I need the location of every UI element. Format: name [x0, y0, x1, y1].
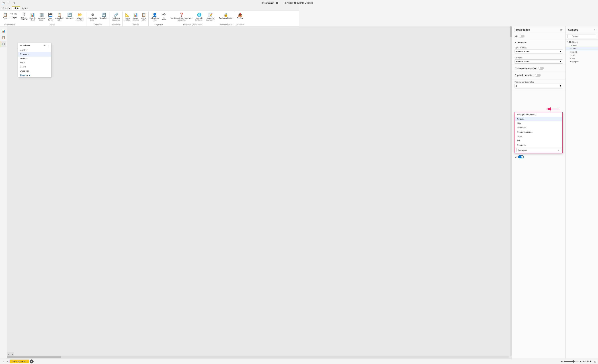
sidebar-model-icon[interactable]: ⬡ — [0, 41, 6, 47]
especificar-icon: 📋 — [57, 13, 62, 17]
especificar-label: Especificardatos — [55, 17, 63, 21]
origenes-button[interactable]: 📂 Orígenesrecientes ▾ — [75, 12, 85, 23]
lenguaje-icon: 🌐 — [197, 13, 202, 17]
table-row-name[interactable]: name — [18, 61, 51, 65]
table-card-title: drivers — [23, 44, 30, 47]
ribbon-group-seguridad: 👤 Administrarroles 👁 Vercomo Seguridad — [149, 11, 169, 26]
collapse-button[interactable]: Contraer ▲ — [18, 73, 51, 77]
ribbon-group-pyr-content: ❓ Configuración de Preguntas yrespuestas… — [170, 11, 216, 23]
table-eye-button[interactable]: 👁 — [43, 44, 46, 47]
nueva-medida-button[interactable]: 📐 Nuevamedida — [124, 12, 131, 23]
sql-label: SQLServer — [48, 17, 53, 21]
relaciones-label: Relaciones — [111, 23, 121, 26]
confidencialidad-icon: 🔒 — [224, 13, 228, 17]
copy-label: Copia — [12, 17, 17, 19]
data-center-button[interactable]: 🏢 Centro dedatos ▾ — [37, 12, 46, 23]
nueva-columna-button[interactable]: 📊 Nuevacolumna — [131, 12, 140, 23]
table-row-driverid[interactable]: Σ driverId — [18, 52, 51, 57]
menu-archivo[interactable]: Archivo — [1, 7, 12, 10]
sidebar-data-icon[interactable]: 📋 — [0, 34, 6, 40]
ribbon-group-calculos-content: 📐 Nuevamedida 📊 Nuevacolumna 📋 Nuevatabl… — [124, 11, 148, 23]
cut-copy-stack: ✂ Cortar ⧉ Copia — [9, 12, 18, 19]
table-card-title-area: 🗃 drivers — [20, 44, 30, 47]
menu-ayuda[interactable]: Ayuda — [20, 7, 30, 10]
sql-icon: 💾 — [48, 13, 53, 17]
nueva-tabla-button[interactable]: 📋 Nuevatabla — [140, 12, 147, 23]
paste-label: Pegar — [3, 17, 8, 19]
ribbon-group-portapapeles-content: 📋 Pegar ✂ Cortar ⧉ Copia — [1, 11, 18, 23]
transformar-button[interactable]: ⚙ Transformardatos ▾ — [87, 12, 98, 23]
especificar-button[interactable]: 📋 Especificardatos — [54, 12, 64, 23]
datos-label: Datos — [20, 23, 85, 26]
publicar-button[interactable]: 📤 Publicar — [236, 12, 244, 23]
origenes-icon: 📂 — [78, 13, 82, 17]
location-label: location — [20, 57, 27, 60]
app-icon: 💾 — [1, 1, 5, 4]
ribbon-group-compartir-content: 📤 Publicar — [236, 11, 244, 23]
paste-icon: 📋 — [3, 13, 8, 17]
actualizar-button[interactable]: 🔄 Actualizar — [99, 12, 109, 23]
sidebar-report-icon[interactable]: 📊 — [0, 28, 6, 34]
admin-roles-label: Administrarroles — [150, 17, 159, 21]
admin-rel-icon: 🔗 — [114, 13, 118, 17]
paste-button[interactable]: 📋 Pegar — [1, 12, 9, 23]
sql-button[interactable]: 💾 SQLServer — [47, 12, 54, 23]
ribbon-group-confidencialidad-content: 🔒 Confidencialidad — [218, 11, 233, 23]
admin-rel-button[interactable]: 🔗 Administrarrelaciones — [111, 12, 121, 23]
left-sidebar: 📊 📋 ⬡ — [0, 26, 7, 182]
lenguaje-label: Lenguajelingüístico ▾ — [195, 17, 204, 21]
excel-icon: 📊 — [30, 13, 35, 17]
config-pyr-button[interactable]: ❓ Configuración de Preguntas yrespuestas — [170, 12, 194, 23]
ribbon: 📋 Pegar ✂ Cortar ⧉ Copia Portapapeles 🗄 … — [0, 10, 299, 26]
get-data-label: Obtenerdatos ▾ — [21, 17, 27, 21]
signin-label[interactable]: Iniciar sesión — [262, 2, 274, 4]
actualizar-label: Actualizar — [100, 17, 108, 19]
config-pyr-label: Configuración de Preguntas yrespuestas — [171, 17, 192, 21]
nueva-medida-icon: 📐 — [125, 13, 130, 17]
name-label: name — [20, 61, 25, 64]
ribbon-group-calculos: 📐 Nuevamedida 📊 Nuevacolumna 📋 Nuevatabl… — [123, 11, 149, 26]
certified-label: certified — [20, 49, 27, 51]
table-row-ssn[interactable]: Σ ssn — [18, 65, 51, 69]
copy-button[interactable]: ⧉ Copia — [9, 16, 18, 19]
ver-como-label: Vercomo — [162, 17, 166, 21]
sigma-icon-ssn: Σ — [20, 65, 21, 68]
get-data-button[interactable]: 🗄 Obtenerdatos ▾ — [20, 12, 28, 23]
table-row-location[interactable]: location — [18, 57, 51, 61]
driverid-label: driverId — [23, 53, 29, 56]
dataverse-button[interactable]: 🔄 Dataverse — [65, 12, 75, 23]
excel-label: Libro deExcel — [30, 17, 36, 21]
publicar-icon: 📤 — [238, 13, 242, 17]
transformar-label: Transformardatos ▾ — [88, 17, 97, 21]
redo-button[interactable]: ↪ — [11, 1, 17, 5]
cut-button[interactable]: ✂ Cortar — [9, 12, 18, 16]
transformar-icon: ⚙ — [91, 13, 94, 17]
confidencialidad-label: Confidencialidad — [219, 17, 233, 19]
lenguaje-button[interactable]: 🌐 Lenguajelingüístico ▾ — [194, 12, 205, 23]
table-row-wageplan[interactable]: wage-plan — [18, 69, 51, 73]
admin-roles-button[interactable]: 👤 Administrarroles — [150, 12, 160, 23]
table-card-controls: 👁 ⋮ — [43, 44, 49, 47]
canvas-area: 🗃 drivers 👁 ⋮ certified Σ driverId locat… — [7, 26, 299, 182]
calculos-label: Cálculos — [124, 23, 148, 26]
table-more-button[interactable]: ⋮ — [47, 44, 49, 47]
menu-bar: Archivo Inicio Ayuda — [0, 6, 299, 10]
esquema-icon: 📝 — [208, 13, 213, 17]
ssn-label: ssn — [23, 66, 25, 68]
ribbon-group-datos-content: 🗄 Obtenerdatos ▾ 📊 Libro deExcel 🏢 Centr… — [20, 11, 85, 23]
ver-como-icon: 👁 — [162, 13, 166, 17]
undo-button[interactable]: ↩ — [6, 1, 11, 5]
admin-rel-label: Administrarrelaciones — [112, 17, 120, 21]
esquema-button[interactable]: 📝 Esquemalingüístico ▾ — [205, 12, 216, 23]
data-center-label: Centro dedatos ▾ — [38, 17, 45, 21]
table-row-certified[interactable]: certified — [18, 48, 51, 52]
actualizar-icon: 🔄 — [101, 13, 106, 17]
ver-como-button[interactable]: 👁 Vercomo — [160, 12, 168, 23]
window-title: Sin título - Power BI Desktop — [285, 2, 299, 4]
menu-inicio[interactable]: Inicio — [12, 6, 20, 10]
cut-label: Cortar — [12, 13, 17, 15]
ribbon-group-compartir: 📤 Publicar Compartir — [235, 11, 245, 26]
confidencialidad-button[interactable]: 🔒 Confidencialidad — [218, 12, 233, 23]
excel-button[interactable]: 📊 Libro deExcel — [28, 12, 37, 23]
table-card-table-icon: 🗃 — [20, 44, 22, 47]
